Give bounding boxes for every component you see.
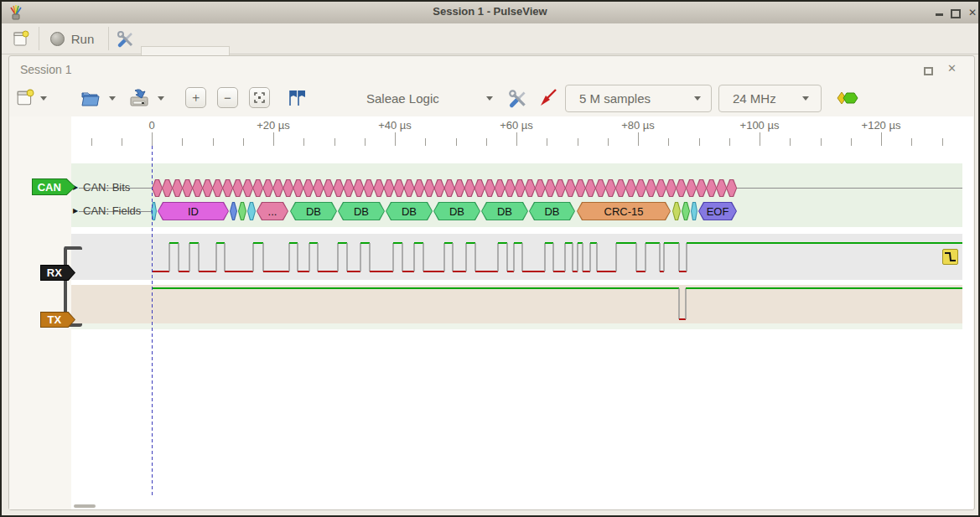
new-session-button[interactable] xyxy=(10,28,32,49)
ruler-major-tick xyxy=(760,132,760,146)
ruler-minor-tick xyxy=(942,138,943,146)
field-annotation[interactable]: DB xyxy=(481,202,528,220)
ruler-minor-tick xyxy=(608,138,609,146)
ruler-minor-tick xyxy=(699,138,700,146)
subwindow-close-icon[interactable]: ✕ xyxy=(947,60,957,75)
ruler-minor-tick xyxy=(365,138,366,146)
open-dropdown[interactable] xyxy=(109,96,116,101)
device-dropdown[interactable] xyxy=(486,96,493,101)
field-annotation[interactable]: DB xyxy=(386,202,433,220)
field-annotation[interactable]: DB xyxy=(290,202,337,220)
ruler-minor-tick xyxy=(851,138,852,146)
new-view-icon xyxy=(16,89,34,107)
decoder-tag-can[interactable]: CAN xyxy=(32,178,75,195)
settings-button[interactable] xyxy=(114,28,137,49)
zoom-fit-icon xyxy=(254,92,265,103)
field-annotation[interactable]: ... xyxy=(257,202,288,220)
new-session-icon xyxy=(13,30,29,47)
field-annotation[interactable]: ID xyxy=(158,202,229,220)
ruler-minor-tick xyxy=(911,138,912,146)
falling-edge-icon xyxy=(943,250,957,264)
ruler-minor-tick xyxy=(578,138,578,146)
ruler-minor-tick xyxy=(456,138,457,146)
ruler-label: +20 µs xyxy=(257,119,290,132)
ruler-minor-tick xyxy=(668,138,669,146)
signal-tag-label: RX xyxy=(40,265,69,281)
expand-arrow-icon[interactable]: ▶ xyxy=(73,207,78,215)
flags-icon xyxy=(287,90,307,106)
sample-rate-dropdown[interactable] xyxy=(802,96,809,101)
ruler-minor-tick xyxy=(790,138,791,146)
new-view-dropdown[interactable] xyxy=(40,96,47,101)
run-state-icon xyxy=(50,32,65,46)
maximize-icon[interactable] xyxy=(949,7,962,18)
zoom-in-button[interactable]: ＋ xyxy=(185,87,206,108)
sample-rate-value: 24 MHz xyxy=(733,91,776,106)
open-folder-icon xyxy=(80,88,101,108)
save-button[interactable] xyxy=(127,86,151,110)
ruler-minor-tick xyxy=(182,138,183,146)
add-decoder-button[interactable] xyxy=(836,86,859,110)
decoder-bits-row-label: CAN: Bits xyxy=(83,181,130,194)
save-dropdown[interactable] xyxy=(158,96,164,101)
ruler-label: +100 µs xyxy=(740,119,780,132)
device-config-button[interactable] xyxy=(506,86,530,110)
field-annotation[interactable]: DB xyxy=(433,202,480,220)
open-button[interactable] xyxy=(79,86,102,110)
ruler-minor-tick xyxy=(821,138,822,146)
close-icon[interactable]: ✕ xyxy=(966,7,979,18)
subwindow-restore-icon[interactable] xyxy=(924,64,933,79)
sample-count-dropdown[interactable] xyxy=(694,96,701,101)
ruler-minor-tick xyxy=(547,138,547,146)
tx-row-background xyxy=(71,285,962,323)
ruler-minor-tick xyxy=(213,138,214,146)
signal-tag-rx[interactable]: RX xyxy=(40,265,75,281)
trigger-marker[interactable] xyxy=(942,249,958,265)
ruler-label: +80 µs xyxy=(621,119,655,132)
probe-icon xyxy=(538,88,558,108)
horizontal-scrollbar-handle[interactable] xyxy=(74,504,96,508)
zoom-fit-button[interactable] xyxy=(249,87,270,108)
wrench-screwdriver-icon xyxy=(116,28,136,49)
show-cursors-button[interactable] xyxy=(285,86,309,110)
channels-button[interactable] xyxy=(537,86,560,110)
zoom-out-button[interactable]: − xyxy=(217,87,238,108)
new-view-button[interactable] xyxy=(13,86,37,110)
ruler-label: +120 µs xyxy=(862,119,901,132)
ruler-label: 0 xyxy=(148,119,154,132)
ruler-major-tick xyxy=(881,132,882,146)
field-annotation[interactable]: DB xyxy=(529,202,575,220)
decoder-icon xyxy=(836,90,859,106)
main-toolbar: Run Session 1 × xyxy=(2,23,978,54)
ruler-minor-tick xyxy=(729,138,730,146)
ruler-major-tick xyxy=(152,132,153,146)
ruler-minor-tick xyxy=(243,138,244,146)
window-title: Session 1 - PulseView xyxy=(2,5,978,18)
decoder-tag-label: CAN xyxy=(32,178,67,195)
ruler-minor-tick xyxy=(303,138,304,146)
ruler-label: +40 µs xyxy=(378,119,412,132)
ruler-minor-tick xyxy=(122,138,122,146)
wrench-screwdriver-icon xyxy=(507,87,529,109)
row-spacer xyxy=(71,323,962,329)
session-header-title: Session 1 xyxy=(20,63,71,76)
toolbar-separator xyxy=(108,27,109,50)
field-annotation[interactable]: EOF xyxy=(698,202,737,220)
ruler-minor-tick xyxy=(486,138,487,146)
pulseview-window: Session 1 - PulseView ✕ Run xyxy=(0,0,980,517)
run-label: Run xyxy=(71,32,95,46)
ruler-major-tick xyxy=(638,132,639,146)
signal-tag-label: TX xyxy=(40,312,69,328)
time-cursor-line[interactable] xyxy=(152,146,153,497)
signal-tag-tx[interactable]: TX xyxy=(40,312,75,328)
field-annotation[interactable]: CRC-15 xyxy=(577,202,671,220)
ruler-minor-tick xyxy=(91,138,92,146)
toolbar-separator xyxy=(39,27,39,50)
rx-row-background xyxy=(71,234,962,280)
device-selector[interactable]: Saleae Logic xyxy=(366,91,439,106)
run-button[interactable]: Run xyxy=(45,29,99,48)
sample-count-combo[interactable]: 5 M samples xyxy=(565,85,712,112)
sample-count-value: 5 M samples xyxy=(579,91,651,106)
minimize-icon[interactable] xyxy=(932,7,946,18)
field-annotation[interactable]: DB xyxy=(338,202,385,220)
